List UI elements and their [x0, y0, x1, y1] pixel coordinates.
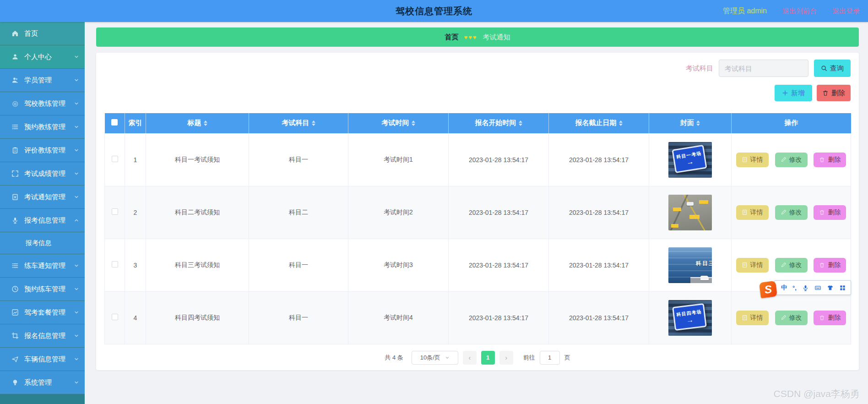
next-page-button[interactable]: › — [499, 351, 513, 365]
current-page-button[interactable]: 1 — [481, 351, 495, 365]
goto-page-input[interactable] — [540, 351, 560, 365]
sidebar-item-label: 驾校教练管理 — [24, 99, 65, 108]
select-all-checkbox[interactable] — [111, 119, 118, 126]
exit-to-front-link[interactable]: 退出到前台 — [782, 7, 817, 16]
sidebar-item-exam-packages[interactable]: 驾考套餐管理 — [0, 301, 85, 324]
sidebar-item-coach-review[interactable]: 评价教练管理 — [0, 139, 85, 162]
column-header-cover[interactable]: 封面 — [649, 113, 732, 133]
add-button[interactable]: 新增 — [775, 85, 812, 101]
cell-index: 1 — [125, 133, 146, 186]
column-header-exam-time[interactable]: 考试时间 — [348, 113, 449, 133]
column-header-reg-deadline[interactable]: 报名截止日期 — [549, 113, 649, 133]
delete-button-label: 删除 — [831, 89, 845, 98]
trash-icon — [819, 157, 825, 163]
sort-carets-icon[interactable] — [619, 120, 623, 126]
sidebar-item-label: 练车通知管理 — [24, 262, 65, 270]
cell-title: 科目二考试须知 — [146, 186, 249, 239]
logout-link[interactable]: 退出登录 — [832, 7, 860, 16]
delete-button[interactable]: 删除 — [814, 258, 846, 273]
arrow-right-icon: → — [686, 158, 694, 166]
cell-exam-time: 考试时间3 — [348, 239, 449, 291]
column-header-subject[interactable]: 考试科目 — [249, 113, 348, 133]
page-size-select[interactable]: 10条/页 — [412, 351, 458, 365]
delete-button[interactable]: 删除 — [814, 311, 846, 325]
sidebar-item-practice-notice[interactable]: 练车通知管理 — [0, 254, 85, 278]
edit-button[interactable]: 修改 — [775, 153, 808, 167]
sidebar-item-home[interactable]: 首页 — [0, 22, 85, 45]
sort-carets-icon[interactable] — [696, 120, 700, 126]
chinese-mode-icon[interactable]: 中 — [781, 284, 787, 292]
sidebar-item-label: 个人中心 — [24, 53, 52, 61]
document-icon — [742, 315, 748, 321]
sidebar-item-vehicle-info[interactable]: 车辆信息管理 — [0, 348, 85, 371]
sidebar-item-system-mgmt[interactable]: 系统管理 — [0, 371, 85, 394]
sidebar-item-coach-booking[interactable]: 预约教练管理 — [0, 115, 85, 139]
cover-image[interactable]: 科目三考试 — [668, 247, 712, 283]
sort-carets-icon[interactable] — [519, 120, 522, 126]
toolbox-icon[interactable] — [839, 284, 846, 291]
goto-page-suffix: 页 — [564, 354, 570, 362]
breadcrumb: 首页 ♥♥♥ 考试通知 — [96, 27, 859, 47]
sidebar-item-signup-info[interactable]: 报名信息管理 — [0, 324, 85, 348]
cell-index: 3 — [125, 239, 146, 291]
sidebar-item-exam-notice[interactable]: 考试通知管理 — [0, 186, 85, 209]
query-button[interactable]: 查询 — [814, 60, 851, 77]
cover-image[interactable]: 科目四考场 → — [668, 300, 712, 336]
csdn-watermark: CSDN @java李杨勇 — [774, 388, 860, 400]
column-header-reg-start[interactable]: 报名开始时间 — [449, 113, 549, 133]
pencil-icon — [781, 209, 787, 215]
detail-button[interactable]: 详情 — [736, 311, 769, 325]
keyboard-icon[interactable] — [814, 284, 821, 291]
trash-icon — [819, 315, 825, 321]
detail-button[interactable]: 详情 — [736, 258, 769, 273]
cell-subject: 科目一 — [249, 133, 348, 186]
cover-image[interactable]: 科目一考场 → — [668, 142, 712, 178]
detail-button[interactable]: 详情 — [736, 205, 769, 220]
sidebar-item-registration-info-mgmt[interactable]: 报考信息管理 — [0, 209, 85, 232]
breadcrumb-home[interactable]: 首页 — [445, 33, 458, 42]
detail-button[interactable]: 详情 — [736, 153, 769, 167]
sidebar-subitem-registration-info[interactable]: 报考信息 — [0, 232, 85, 254]
column-header-index[interactable]: 索引 — [125, 113, 146, 133]
delete-button[interactable]: 删除 — [814, 153, 846, 167]
sort-carets-icon[interactable] — [312, 120, 315, 126]
delete-button[interactable]: 删除 — [814, 205, 846, 220]
sort-carets-icon[interactable] — [204, 120, 207, 126]
sidebar-item-personal-center[interactable]: 个人中心 — [0, 45, 85, 69]
chevron-down-icon — [74, 333, 79, 338]
cell-reg-deadline: 2023-01-28 13:54:17 — [549, 186, 649, 239]
row-checkbox[interactable] — [112, 156, 118, 162]
add-button-label: 新增 — [791, 89, 805, 98]
sidebar-item-students[interactable]: 学员管理 — [0, 69, 85, 92]
delete-selected-button[interactable]: 删除 — [817, 85, 851, 101]
document-icon — [742, 262, 748, 268]
row-checkbox[interactable] — [112, 208, 118, 215]
search-input[interactable] — [719, 60, 808, 77]
microphone-icon[interactable] — [802, 284, 809, 291]
table-row: 1 科目一考试须知 科目一 考试时间1 2023-01-28 13:54:17 … — [105, 133, 851, 186]
row-checkbox[interactable] — [112, 314, 118, 320]
cell-subject: 科目一 — [249, 291, 348, 344]
sidebar-item-label: 报考信息管理 — [24, 216, 65, 225]
edit-button[interactable]: 修改 — [775, 311, 808, 325]
goto-label: 前往 — [523, 354, 535, 362]
cell-reg-start: 2023-01-28 13:54:17 — [449, 239, 549, 291]
sidebar-item-label: 考试通知管理 — [24, 193, 65, 202]
prev-page-button[interactable]: ‹ — [463, 351, 477, 365]
sidebar-item-coaches[interactable]: ◎ 驾校教练管理 — [0, 92, 85, 115]
fullscreen-icon — [11, 169, 19, 178]
skin-icon[interactable] — [827, 284, 834, 291]
sidebar-item-practice-booking[interactable]: 预约练车管理 — [0, 278, 85, 301]
edit-button[interactable]: 修改 — [775, 258, 808, 273]
row-checkbox[interactable] — [112, 261, 118, 268]
sort-carets-icon[interactable] — [412, 120, 415, 126]
sogou-logo-icon[interactable]: S — [759, 281, 777, 298]
punctuation-icon[interactable]: °, — [792, 284, 797, 291]
column-header-title[interactable]: 标题 — [146, 113, 249, 133]
sidebar-item-exam-scores[interactable]: 考试成绩管理 — [0, 162, 85, 186]
table-toolbar: 新增 删除 — [104, 85, 851, 101]
edit-button[interactable]: 修改 — [775, 205, 808, 220]
user-icon — [11, 53, 19, 61]
cell-reg-start: 2023-01-28 13:54:17 — [449, 291, 549, 344]
cover-image[interactable] — [668, 195, 712, 230]
